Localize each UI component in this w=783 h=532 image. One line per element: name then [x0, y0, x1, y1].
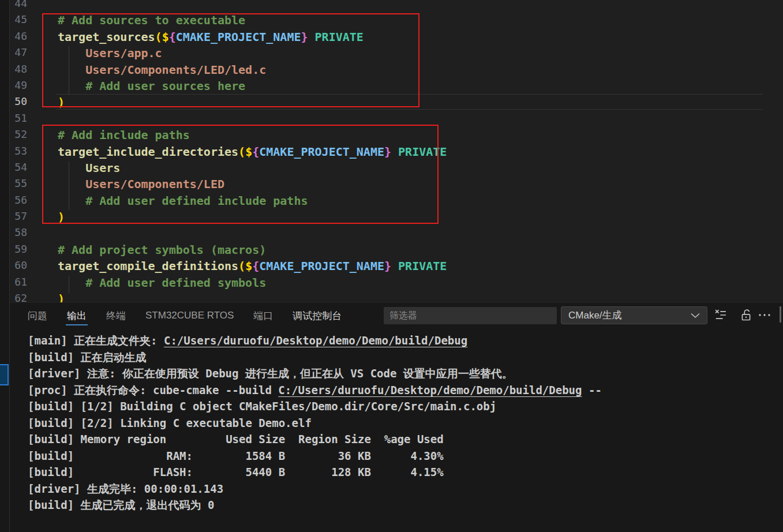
- output-text: [main] 正在生成文件夹:: [28, 334, 164, 347]
- output-line: [main] 正在生成文件夹: C:/Users/duruofu/Desktop…: [28, 332, 783, 349]
- output-panel: 问题输出终端STM32CUBE RTOS端口调试控制台 CMake/生成: [0, 302, 783, 532]
- output-text: [build] RAM: 1584 B 36 KB 4.30%: [28, 449, 444, 462]
- channel-select-value: CMake/生成: [568, 309, 622, 322]
- code-line[interactable]: 44: [0, 0, 783, 13]
- output-line: [proc] 正在执行命令: cube-cmake --build C:/Use…: [28, 382, 783, 399]
- output-text: [build] 生成已完成，退出代码为 0: [28, 499, 214, 511]
- code-line[interactable]: 60target_compile_definitions(${CMAKE_PRO…: [0, 259, 783, 275]
- output-line: [driver] 注意: 你正在使用预设 Debug 进行生成，但正在从 VS …: [28, 365, 783, 382]
- output-text: [driver] 生成完毕: 00:00:01.143: [28, 482, 223, 495]
- file-path-link[interactable]: C:/Users/duruofu/Desktop/demo/Demo/build…: [164, 334, 467, 347]
- blue-selection-fragment: [0, 364, 9, 385]
- vscode-window: 4445# Add sources to executable46target_…: [0, 0, 783, 532]
- panel-tab[interactable]: 问题: [28, 303, 47, 328]
- output-filter: [384, 307, 557, 324]
- indent-guide: [69, 276, 69, 293]
- code-text: target_compile_definitions(${CMAKE_PROJE…: [27, 259, 447, 275]
- output-line: [build] FLASH: 5440 B 128 KB 4.15%: [28, 464, 783, 481]
- activity-bar-edge: [0, 0, 10, 532]
- panel-scrollbar[interactable]: [780, 306, 781, 323]
- output-text: [proc] 正在执行命令: cube-cmake --build: [28, 384, 278, 396]
- output-text: [driver] 注意: 你正在使用预设 Debug 进行生成，但正在从 VS …: [28, 367, 513, 380]
- output-text: [build] FLASH: 5440 B 128 KB 4.15%: [28, 466, 444, 478]
- panel-tab[interactable]: 调试控制台: [293, 303, 342, 328]
- output-line: [build] 生成已完成，退出代码为 0: [28, 497, 783, 514]
- panel-tab[interactable]: 终端: [106, 303, 126, 328]
- panel-tabs: 问题输出终端STM32CUBE RTOS端口调试控制台: [28, 303, 342, 328]
- panel-header: 问题输出终端STM32CUBE RTOS端口调试控制台 CMake/生成: [0, 303, 783, 328]
- code-text: [27, 0, 58, 13]
- panel-tab[interactable]: 端口: [253, 303, 273, 328]
- panel-tab[interactable]: STM32CUBE RTOS: [145, 303, 234, 328]
- code-text: [27, 226, 58, 242]
- panel-tab[interactable]: 输出: [67, 303, 87, 328]
- annotation-box-includes: [42, 125, 439, 224]
- output-line: [build] 正在启动生成: [28, 349, 783, 366]
- code-line[interactable]: 62): [0, 292, 783, 302]
- more-actions-icon[interactable]: [757, 308, 772, 323]
- output-channel-select[interactable]: CMake/生成: [561, 306, 707, 324]
- unlock-icon[interactable]: [739, 308, 754, 323]
- output-line: [driver] 生成完毕: 00:00:01.143: [28, 481, 783, 497]
- output-text: --: [582, 384, 602, 396]
- code-text: # Add user defined symbols: [27, 276, 266, 292]
- output-text: [build] 正在启动生成: [28, 351, 147, 364]
- output-text: [build] [2/2] Linking C executable Demo.…: [28, 417, 312, 429]
- annotation-box-sources: [42, 13, 419, 107]
- output-text: [build] [1/2] Building C object CMakeFil…: [28, 400, 496, 413]
- chevron-down-icon: [691, 313, 700, 319]
- code-editor[interactable]: 4445# Add sources to executable46target_…: [0, 0, 783, 302]
- code-line[interactable]: 61 # Add user defined symbols: [0, 276, 783, 292]
- output-line: [build] [1/2] Building C object CMakeFil…: [28, 398, 783, 415]
- code-line[interactable]: 59# Add project symbols (macros): [0, 243, 783, 259]
- output-line: [build] [2/2] Linking C executable Demo.…: [28, 415, 783, 432]
- output-line: [build] RAM: 1584 B 36 KB 4.30%: [28, 448, 783, 464]
- clear-output-icon[interactable]: [713, 308, 728, 323]
- code-text: # Add project symbols (macros): [27, 243, 266, 259]
- filter-input[interactable]: [384, 307, 557, 324]
- code-text: ): [27, 292, 65, 302]
- output-log: [main] 正在生成文件夹: C:/Users/duruofu/Desktop…: [0, 328, 783, 532]
- code-line[interactable]: 58: [0, 226, 783, 242]
- output-line: [build] Memory region Used Size Region S…: [28, 431, 783, 448]
- output-text: [build] Memory region Used Size Region S…: [28, 433, 444, 445]
- file-path-link[interactable]: C:/Users/duruofu/Desktop/demo/Demo/build…: [278, 384, 582, 396]
